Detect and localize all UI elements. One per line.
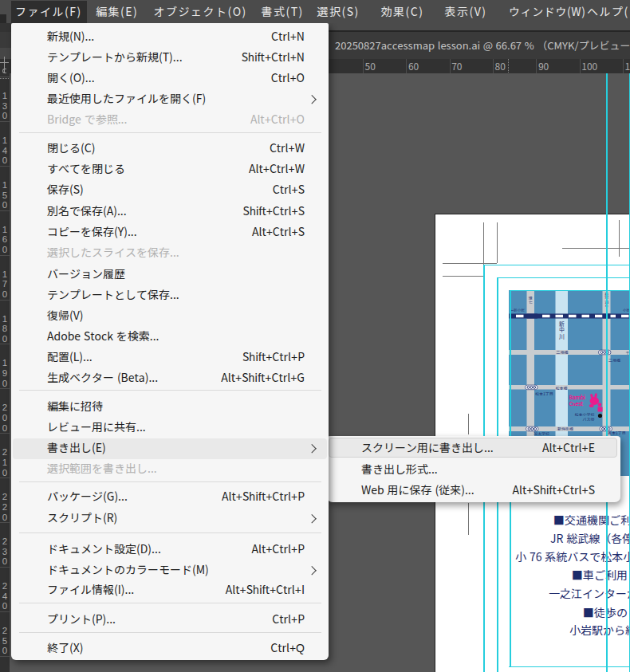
svg-text:松本橋: 松本橋 [556, 385, 568, 391]
svg-text:環七: 環七 [528, 297, 534, 305]
svg-text:新件街橋: 新件街橋 [557, 426, 573, 431]
svg-text:←新小岩: ←新小岩 [510, 308, 526, 312]
svg-text:二地橋: 二地橋 [608, 357, 620, 363]
svg-text:二地橋: 二地橋 [557, 349, 569, 355]
svg-text:バス停: バス停 [583, 416, 595, 422]
svg-text:新中川: 新中川 [558, 321, 566, 340]
svg-text:加太学校: 加太学校 [534, 430, 549, 436]
svg-text:奥本1丁目: 奥本1丁目 [608, 430, 626, 435]
svg-text:Chest: Chest [569, 399, 584, 407]
svg-text:松本1丁目: 松本1丁目 [535, 391, 553, 396]
